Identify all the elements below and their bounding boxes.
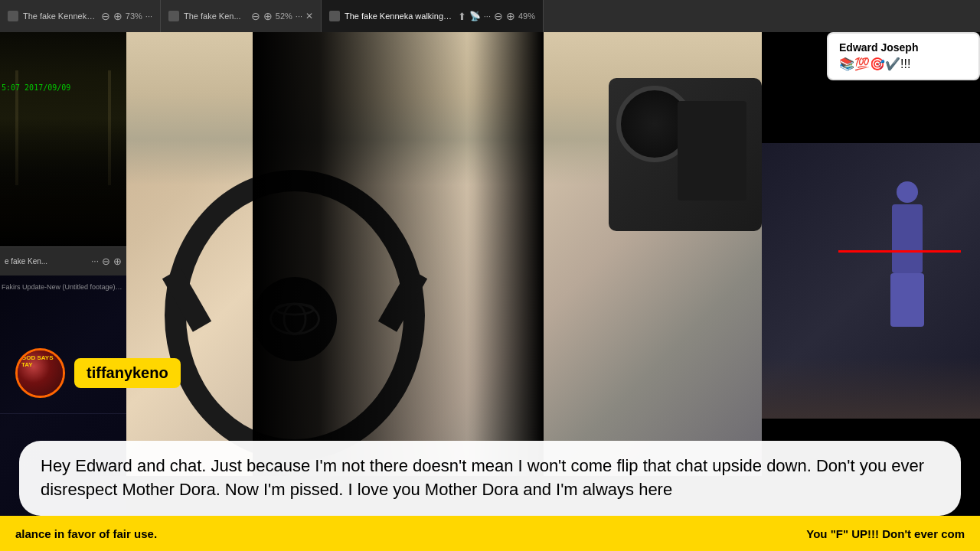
person-figure bbox=[877, 181, 938, 334]
tab3-title: The fake Kenneka walking t... bbox=[345, 11, 453, 21]
car-interior bbox=[126, 32, 762, 476]
center-video[interactable] bbox=[126, 32, 762, 476]
hall-background: 5:07 2017/09/09 bbox=[0, 32, 126, 246]
hall-floor bbox=[0, 170, 126, 246]
chat-bubble: Hey Edward and chat. Just because I'm no… bbox=[19, 441, 961, 516]
svg-point-2 bbox=[276, 304, 314, 315]
right-video-thumbnail[interactable] bbox=[762, 143, 980, 419]
tab3-zoom-in-icon[interactable]: ⊕ bbox=[506, 10, 515, 22]
tab3-cast-icon[interactable]: 📡 bbox=[469, 11, 481, 21]
tab2-controls: ⊖ ⊕ 52% ··· ✕ bbox=[251, 10, 313, 22]
video-timestamp: 5:07 2017/09/09 bbox=[0, 82, 72, 93]
tab2-title: The fake Ken... bbox=[184, 11, 247, 21]
chat-message-text: Hey Edward and chat. Just because I'm no… bbox=[41, 455, 939, 502]
tab-2[interactable]: The fake Ken... ⊖ ⊕ 52% ··· ✕ bbox=[161, 0, 322, 32]
person-head bbox=[897, 181, 918, 203]
commenter-avatar: GOD SAYS TAY bbox=[15, 348, 65, 398]
tab1-zoom-out-icon[interactable]: ⊖ bbox=[101, 10, 110, 22]
tab1-zoom: 73% bbox=[126, 11, 142, 21]
subtab-zoom-out-icon[interactable]: ⊖ bbox=[102, 256, 110, 267]
tab1-favicon bbox=[8, 11, 18, 21]
svg-point-0 bbox=[271, 304, 319, 334]
tab2-zoom: 52% bbox=[276, 11, 292, 21]
tab-3[interactable]: The fake Kenneka walking t... ⬆ 📡 ··· ⊖ … bbox=[322, 0, 544, 32]
tab2-zoom-out-icon[interactable]: ⊖ bbox=[251, 10, 260, 22]
user-status-emojis: 📚💯🎯✔️!!! bbox=[839, 57, 968, 71]
svg-point-1 bbox=[284, 304, 305, 334]
subtab-controls: ··· ⊖ ⊕ bbox=[91, 256, 122, 267]
tab3-zoom: 49% bbox=[518, 11, 535, 21]
tab1-controls: ⊖ ⊕ 73% ··· bbox=[101, 10, 152, 22]
tab1-more-icon[interactable]: ··· bbox=[145, 11, 152, 21]
avatar-image: GOD SAYS TAY bbox=[18, 350, 63, 396]
nav-screen bbox=[678, 101, 746, 201]
tab1-title: The fake Kenneka walking u... bbox=[23, 11, 96, 21]
tab2-favicon bbox=[168, 11, 179, 21]
person-legs bbox=[890, 273, 924, 327]
commenter-username: tiffanykeno bbox=[74, 358, 181, 388]
ticker-right-text: You "F" UP!!! Don't ever com bbox=[806, 527, 965, 540]
browser-tab-bar: The fake Kenneka walking u... ⊖ ⊕ 73% ··… bbox=[0, 0, 980, 32]
yellow-ticker-bar: alance in favor of fair use. You "F" UP!… bbox=[0, 516, 980, 551]
subtab-more-icon[interactable]: ··· bbox=[91, 256, 99, 267]
subtab-title: e fake Ken... bbox=[5, 257, 87, 266]
left-subtab[interactable]: e fake Ken... ··· ⊖ ⊕ bbox=[0, 246, 126, 276]
tab1-zoom-in-icon[interactable]: ⊕ bbox=[113, 10, 122, 22]
floor-gradient bbox=[762, 357, 980, 419]
tab3-favicon bbox=[329, 11, 340, 21]
ticker-left-text: alance in favor of fair use. bbox=[15, 527, 157, 540]
steering-hub bbox=[253, 277, 337, 361]
steering-wheel bbox=[165, 139, 425, 461]
tab2-more-icon[interactable]: ··· bbox=[296, 11, 302, 21]
hall2-divider bbox=[0, 413, 126, 414]
toyota-logo-svg bbox=[268, 300, 322, 338]
avatar-text-overlay: GOD SAYS TAY bbox=[21, 354, 63, 368]
tab3-share-icon[interactable]: ⬆ bbox=[458, 11, 466, 22]
tab3-controls: ⬆ 📡 ··· ⊖ ⊕ 49% bbox=[458, 10, 535, 22]
person-body bbox=[892, 204, 923, 273]
dashboard bbox=[609, 78, 762, 231]
tab2-zoom-in-icon[interactable]: ⊕ bbox=[263, 10, 273, 22]
main-content: 5:07 2017/09/09 e fake Ken... ··· ⊖ ⊕ Fa… bbox=[0, 32, 980, 551]
user-card: Edward Joseph 📚💯🎯✔️!!! bbox=[827, 32, 980, 80]
bottom-overlay: GOD SAYS TAY tiffanykeno Hey Edward and … bbox=[0, 452, 980, 551]
hall-wall-right bbox=[108, 70, 111, 185]
tab-1[interactable]: The fake Kenneka walking u... ⊖ ⊕ 73% ··… bbox=[0, 0, 161, 32]
tab3-more-icon[interactable]: ··· bbox=[484, 11, 491, 21]
left-video-top[interactable]: 5:07 2017/09/09 bbox=[0, 32, 126, 246]
subtab-zoom-in-icon[interactable]: ⊕ bbox=[113, 256, 122, 267]
tab2-close-icon[interactable]: ✕ bbox=[305, 11, 313, 21]
user-display-name: Edward Joseph bbox=[839, 41, 968, 54]
tab3-zoom-out-icon[interactable]: ⊖ bbox=[494, 10, 503, 22]
bottom-video-title: Fakirs Update-New (Untitled footage) Pt1… bbox=[2, 283, 124, 291]
commenter-row: GOD SAYS TAY tiffanykeno bbox=[15, 348, 181, 398]
tracking-red-line bbox=[838, 250, 961, 253]
